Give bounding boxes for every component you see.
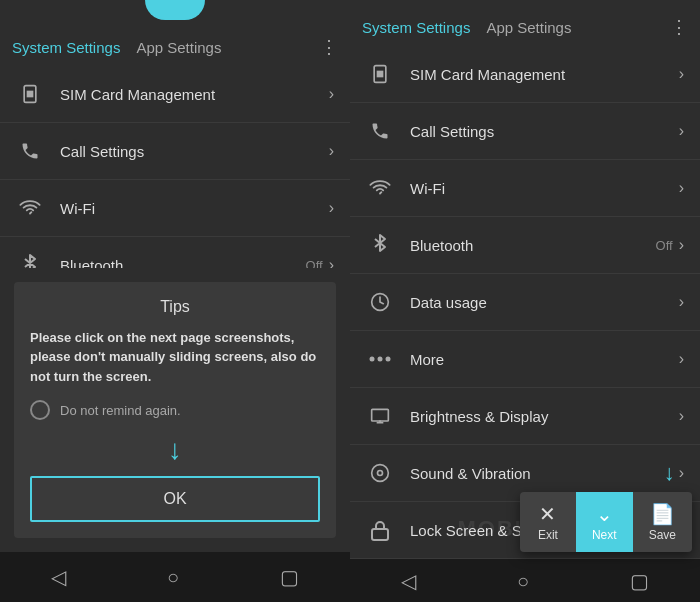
wifi-chevron-left: ›	[329, 199, 334, 217]
call-icon-right	[366, 117, 394, 145]
settings-group-1-right: SIM Card Management › Call Settings › Wi…	[350, 46, 700, 388]
bt-icon-right	[366, 231, 394, 259]
back-button-right[interactable]: ◁	[401, 569, 416, 593]
call-icon-left	[16, 137, 44, 165]
sim-chevron-right: ›	[679, 65, 684, 83]
more-chevron-right: ›	[679, 350, 684, 368]
bt-value-left: Off	[306, 258, 323, 268]
back-button-left[interactable]: ◁	[51, 565, 66, 589]
wifi-label-left: Wi-Fi	[60, 200, 329, 217]
svg-point-11	[378, 471, 383, 476]
setting-bt-right[interactable]: Bluetooth Off ›	[350, 217, 700, 274]
home-button-right[interactable]: ○	[517, 570, 529, 593]
bt-chevron-right: ›	[679, 236, 684, 254]
call-chevron-left: ›	[329, 142, 334, 160]
system-settings-tab-left[interactable]: System Settings	[12, 39, 120, 56]
next-button[interactable]: ⌄ Next	[576, 492, 633, 552]
setting-call-left[interactable]: Call Settings ›	[0, 123, 350, 180]
sim-label-right: SIM Card Management	[410, 66, 679, 83]
bt-label-left: Bluetooth	[60, 257, 306, 268]
call-chevron-right: ›	[679, 122, 684, 140]
setting-call-right[interactable]: Call Settings ›	[350, 103, 700, 160]
bottom-nav-right: ◁ ○ ▢	[350, 559, 700, 602]
overflow-menu-left[interactable]: ⋮	[320, 36, 338, 58]
bt-icon-left	[16, 251, 44, 268]
app-settings-tab-right[interactable]: App Settings	[486, 19, 571, 36]
data-label-right: Data usage	[410, 294, 679, 311]
bt-label-right: Bluetooth	[410, 237, 656, 254]
tips-checkbox-row[interactable]: Do not remind again.	[30, 400, 320, 420]
tips-title: Tips	[30, 298, 320, 316]
brightness-icon-right	[366, 402, 394, 430]
bt-value-right: Off	[656, 238, 673, 253]
more-icon-right	[366, 345, 394, 373]
sound-arrow-indicator: ↓	[664, 460, 675, 486]
ok-button[interactable]: OK	[30, 476, 320, 522]
save-button[interactable]: 📄 Save	[633, 492, 692, 552]
home-button-left[interactable]: ○	[167, 566, 179, 589]
call-label-left: Call Settings	[60, 143, 329, 160]
wifi-icon-left	[16, 194, 44, 222]
remind-label: Do not remind again.	[60, 403, 181, 418]
sim-icon-left	[16, 80, 44, 108]
app-settings-tab-left[interactable]: App Settings	[136, 39, 221, 56]
svg-point-5	[370, 357, 375, 362]
sim-label-left: SIM Card Management	[60, 86, 329, 103]
left-header: System Settings App Settings ⋮	[0, 24, 350, 66]
settings-list-left: SIM Card Management › Call Settings › Wi…	[0, 66, 350, 268]
exit-label: Exit	[538, 528, 558, 542]
data-chevron-right: ›	[679, 293, 684, 311]
lock-icon-right	[366, 516, 394, 544]
setting-sim-right[interactable]: SIM Card Management ›	[350, 46, 700, 103]
sim-icon-right	[366, 60, 394, 88]
bt-chevron-left: ›	[329, 256, 334, 268]
call-label-right: Call Settings	[410, 123, 679, 140]
setting-bt-left[interactable]: Bluetooth Off ›	[0, 237, 350, 268]
arrow-down-container: ↓	[30, 434, 320, 466]
setting-sim-left[interactable]: SIM Card Management ›	[0, 66, 350, 123]
brightness-label-right: Brightness & Display	[410, 408, 679, 425]
save-label: Save	[649, 528, 676, 542]
exit-button[interactable]: ✕ Exit	[520, 492, 576, 552]
svg-rect-8	[372, 409, 389, 421]
wifi-icon-right	[366, 174, 394, 202]
more-label-right: More	[410, 351, 679, 368]
remind-checkbox[interactable]	[30, 400, 50, 420]
setting-wifi-right[interactable]: Wi-Fi ›	[350, 160, 700, 217]
top-arch-left	[145, 0, 205, 20]
next-icon: ⌄	[596, 502, 613, 526]
svg-rect-1	[27, 91, 34, 98]
right-header: System Settings App Settings ⋮	[350, 4, 700, 46]
bottom-nav-left: ◁ ○ ▢	[0, 552, 350, 602]
brightness-chevron-right: ›	[679, 407, 684, 425]
tips-dialog: Tips Please click on the next page scree…	[14, 282, 336, 539]
arrow-down-icon: ↓	[168, 434, 182, 465]
right-panel: System Settings App Settings ⋮ SIM Card …	[350, 0, 700, 602]
setting-more-right[interactable]: More ›	[350, 331, 700, 388]
tips-body: Please click on the next page screenshot…	[30, 328, 320, 387]
svg-point-7	[386, 357, 391, 362]
recent-button-right[interactable]: ▢	[630, 569, 649, 593]
wifi-chevron-right: ›	[679, 179, 684, 197]
exit-icon: ✕	[539, 502, 556, 526]
sim-chevron-left: ›	[329, 85, 334, 103]
setting-brightness-right[interactable]: Brightness & Display ›	[350, 388, 700, 445]
setting-data-right[interactable]: Data usage ›	[350, 274, 700, 331]
overflow-menu-right[interactable]: ⋮	[670, 16, 688, 38]
recent-button-left[interactable]: ▢	[280, 565, 299, 589]
svg-rect-12	[372, 529, 388, 540]
data-icon-right	[366, 288, 394, 316]
left-panel: System Settings App Settings ⋮ SIM Card …	[0, 0, 350, 602]
svg-rect-3	[377, 71, 384, 78]
sound-chevron-right: ›	[679, 464, 684, 482]
wifi-label-right: Wi-Fi	[410, 180, 679, 197]
svg-point-6	[378, 357, 383, 362]
next-label: Next	[592, 528, 617, 542]
floating-toolbar: ✕ Exit ⌄ Next 📄 Save	[520, 492, 692, 552]
system-settings-tab-right[interactable]: System Settings	[362, 19, 470, 36]
sound-icon-right	[366, 459, 394, 487]
save-icon: 📄	[650, 502, 675, 526]
sound-label-right: Sound & Vibration	[410, 465, 664, 482]
setting-wifi-left[interactable]: Wi-Fi ›	[0, 180, 350, 237]
